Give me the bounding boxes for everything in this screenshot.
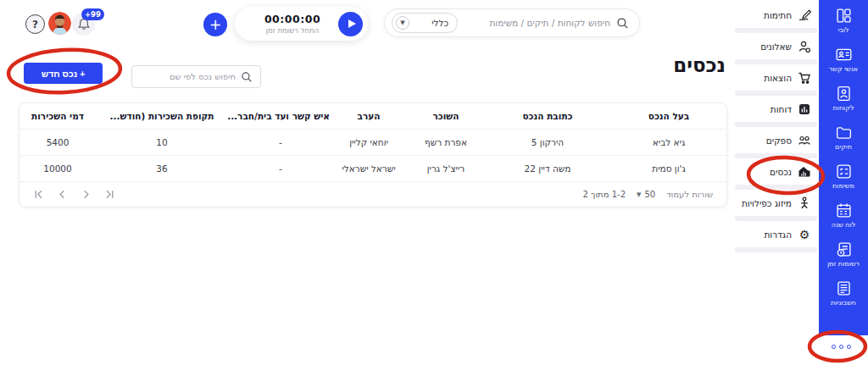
- sidebar-item-label: נכסים: [770, 167, 792, 177]
- sidebar-item-suppliers[interactable]: ספקים: [733, 127, 819, 153]
- more-options-button[interactable]: [826, 341, 856, 351]
- table-row[interactable]: גיא לביא הירקון 5 אפרת רשף יוחאי קליין -…: [19, 129, 726, 155]
- sidebar-item-merge-duplicates[interactable]: מיזוג כפילויות: [733, 190, 819, 216]
- nav-item-lobby[interactable]: לובי: [819, 7, 868, 46]
- column-header[interactable]: תקופת השכירות (חודש...: [92, 111, 228, 121]
- column-header[interactable]: השוכר: [404, 111, 484, 121]
- cell-period: 10: [92, 137, 228, 147]
- nav-item-cases[interactable]: תיקים: [819, 124, 868, 163]
- global-search-input[interactable]: [464, 18, 610, 28]
- cell-rent: 5400: [19, 137, 92, 147]
- asset-search-field[interactable]: [131, 65, 261, 88]
- cell-tenant: רייצ'ל גרין: [404, 163, 484, 174]
- sidebar-item-reports[interactable]: דוחות: [733, 96, 819, 122]
- cell-contact: -: [228, 137, 330, 147]
- pagination-arrows: [33, 189, 115, 200]
- three-dots-icon: [847, 345, 851, 349]
- checklist-icon: [835, 163, 853, 180]
- column-header[interactable]: כתובת הנכס: [484, 111, 608, 121]
- nav-item-label: לוח שנה: [832, 221, 856, 229]
- invoice-icon: [835, 279, 853, 297]
- contact-card-icon: [835, 46, 853, 64]
- cell-contact: -: [228, 163, 330, 174]
- nav-item-label: תיקים: [835, 143, 852, 151]
- cell-guarantor: יוחאי קליין: [330, 137, 404, 147]
- nav-item-invoices[interactable]: חשבוניות: [819, 279, 868, 318]
- gear-icon: ⚙: [798, 228, 811, 241]
- column-header[interactable]: איש קשר ועד בית/חבר...: [228, 111, 330, 121]
- suppliers-icon: [798, 134, 811, 147]
- next-page-icon[interactable]: [81, 189, 92, 200]
- chevron-down-icon: ▼: [396, 16, 409, 30]
- three-dots-icon: [832, 345, 836, 349]
- search-scope-value: כללי: [431, 18, 448, 28]
- global-search[interactable]: כללי ▼: [384, 8, 640, 37]
- column-header[interactable]: בעל הנכס: [608, 111, 726, 121]
- cell-rent: 10000: [19, 163, 92, 174]
- first-page-icon[interactable]: [33, 189, 44, 200]
- timer-subtitle: התחל רשומת זמן: [247, 26, 338, 35]
- new-asset-button[interactable]: + נכס חדש: [24, 63, 103, 84]
- search-icon: [616, 17, 629, 30]
- nav-item-contacts[interactable]: אנשי קשר: [819, 46, 868, 85]
- sidebar-item-label: חתימות: [764, 10, 792, 20]
- cell-address: הירקון 5: [484, 137, 608, 147]
- nav-item-tasks[interactable]: משימות: [819, 163, 868, 202]
- start-timer-button[interactable]: [338, 12, 363, 36]
- help-button[interactable]: ?: [25, 14, 45, 34]
- nav-item-clients[interactable]: לקוחות: [819, 85, 868, 124]
- sidebar-item-signatures[interactable]: חתימות: [733, 2, 819, 28]
- nav-item-label: משימות: [832, 182, 854, 190]
- sidebar-item-expenses[interactable]: הוצאות: [733, 64, 819, 91]
- assets-table: בעל הנכס כתובת הנכס השוכר הערב איש קשר ו…: [19, 102, 727, 207]
- rows-per-page-select[interactable]: 50 ▼: [637, 190, 655, 199]
- time-tracker-widget[interactable]: 00:00:00 התחל רשומת זמן: [235, 7, 368, 41]
- sidebar-item-label: שאלונים: [760, 41, 792, 52]
- rows-per-page-value: 50: [644, 190, 655, 199]
- cell-guarantor: ישראל ישראלי: [330, 163, 404, 174]
- nav-item-label: לובי: [837, 26, 849, 34]
- column-header[interactable]: דמי השכירות: [19, 111, 92, 121]
- dashboard-icon: [835, 7, 853, 25]
- sidebar-item-label: מיזוג כפילויות: [742, 198, 792, 208]
- chevron-down-icon: ▼: [637, 191, 641, 198]
- table-pagination: שורות לעמוד 50 ▼ 1-2 מתוך 2: [19, 181, 726, 207]
- nav-item-label: חשבוניות: [831, 299, 856, 307]
- house-icon: [798, 165, 811, 179]
- quick-add-button[interactable]: +: [203, 13, 227, 36]
- avatar[interactable]: [48, 12, 71, 35]
- person-merge-icon: [798, 196, 811, 210]
- questionnaire-person-icon: [798, 40, 811, 53]
- table-header-row: בעל הנכס כתובת הנכס השוכר הערב איש קשר ו…: [19, 103, 726, 129]
- asset-search-input[interactable]: [140, 72, 236, 81]
- column-header[interactable]: הערב: [330, 111, 404, 121]
- sidebar-item-questionnaires[interactable]: שאלונים: [733, 33, 819, 59]
- nav-item-time-records[interactable]: רשומות זמן: [819, 241, 868, 279]
- last-page-icon[interactable]: [104, 189, 115, 200]
- prev-page-icon[interactable]: [57, 189, 68, 200]
- sidebar-item-label: הוצאות: [764, 73, 792, 83]
- search-scope-select[interactable]: כללי ▼: [392, 13, 458, 33]
- sidebar-item-label: ספקים: [766, 135, 792, 146]
- timer-value: 00:00:00: [247, 13, 338, 25]
- primary-sidebar: לובי אנשי קשר לקוחות תיקים משימות לוח שנ…: [819, 0, 868, 335]
- timer-text: 00:00:00 התחל רשומת זמן: [247, 13, 338, 35]
- sidebar-item-label: דוחות: [771, 104, 792, 114]
- folder-icon: [835, 124, 853, 141]
- sidebar-item-settings[interactable]: ⚙ הגדרות: [733, 221, 819, 247]
- sidebar-item-assets[interactable]: נכסים: [733, 158, 819, 185]
- cell-owner: ג'ון סמית: [608, 163, 726, 174]
- search-icon: [241, 71, 253, 83]
- client-badge-icon: [835, 85, 853, 102]
- nav-item-calendar[interactable]: לוח שנה: [819, 202, 868, 241]
- nav-item-label: לקוחות: [832, 104, 854, 112]
- bar-chart-icon: [798, 102, 811, 116]
- cell-tenant: אפרת רשף: [404, 137, 484, 147]
- table-row[interactable]: ג'ון סמית משה דיין 22 רייצ'ל גרין ישראל …: [19, 155, 726, 181]
- page-title: נכסים: [673, 54, 726, 76]
- play-icon: [348, 19, 356, 28]
- rows-per-page-label: שורות לעמוד: [666, 190, 713, 199]
- nav-item-label: רשומות זמן: [827, 260, 860, 268]
- signature-icon: [798, 8, 811, 22]
- cell-owner: גיא לביא: [608, 137, 726, 147]
